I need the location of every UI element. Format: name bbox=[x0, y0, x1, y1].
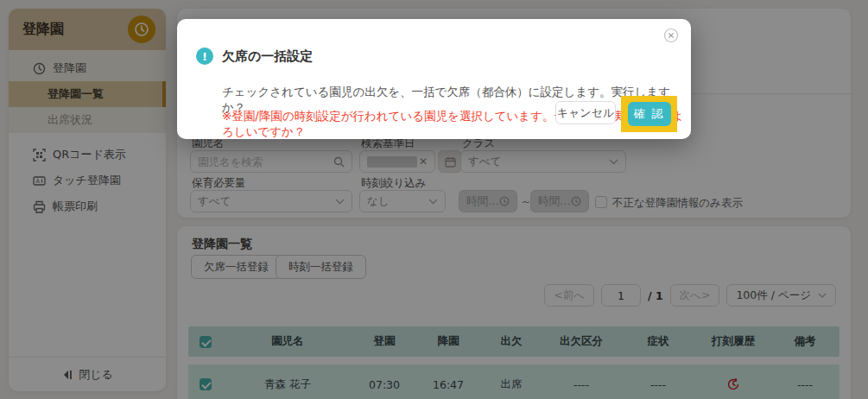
cancel-button[interactable]: キャンセル bbox=[555, 101, 616, 124]
confirm-button[interactable]: 確 認 bbox=[628, 102, 671, 126]
modal-title: 欠席の一括設定 bbox=[222, 48, 313, 65]
click-highlight-box: 確 認 bbox=[621, 96, 677, 132]
modal-close-icon[interactable] bbox=[663, 28, 679, 43]
attendance-app: 登降園 登降園 登降園一覧 出席状況 bbox=[0, 0, 868, 399]
absence-batch-modal: ! 欠席の一括設定 チェックされている園児の出欠を、一括で欠席（都合休）に設定し… bbox=[177, 19, 691, 139]
info-icon: ! bbox=[196, 48, 213, 65]
modal-title-row: ! 欠席の一括設定 bbox=[196, 48, 313, 65]
